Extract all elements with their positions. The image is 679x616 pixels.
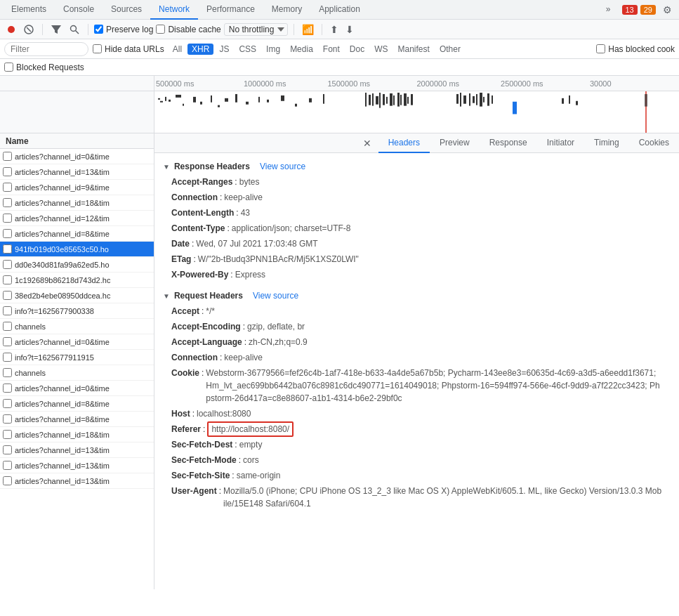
warn-badge[interactable]: 29: [640, 5, 656, 15]
name-list-item-0[interactable]: articles?channel_id=0&time: [0, 149, 154, 164]
svg-rect-10: [176, 95, 181, 98]
import-icon[interactable]: ⬆: [328, 22, 341, 37]
tab-sources[interactable]: Sources: [103, 0, 150, 20]
view-source-link-2[interactable]: View source: [253, 291, 298, 301]
name-list-item-6[interactable]: 941fb019d03e85653c50.ho: [0, 242, 154, 257]
wifi-icon[interactable]: 📶: [300, 22, 316, 37]
timeline-chart-left: [0, 91, 154, 133]
name-list-item-11[interactable]: channels: [0, 319, 154, 334]
hide-data-urls-checkbox[interactable]: [93, 44, 102, 53]
svg-rect-50: [562, 98, 564, 104]
name-list-item-1[interactable]: articles?channel_id=13&tim: [0, 164, 154, 180]
name-list-item-19[interactable]: articles?channel_id=13&tim: [0, 443, 154, 458]
tab-initiator[interactable]: Initiator: [537, 133, 584, 153]
svg-rect-41: [463, 96, 466, 104]
response-headers-toggle[interactable]: ▼ Response Headers View source: [154, 159, 679, 174]
request-headers-label: Request Headers: [174, 291, 243, 301]
settings-icon[interactable]: ⚙: [659, 3, 676, 17]
svg-rect-32: [390, 93, 393, 106]
name-list-item-14[interactable]: channels: [0, 365, 154, 381]
name-list-item-4[interactable]: articles?channel_id=12&tim: [0, 211, 154, 226]
preserve-log-label[interactable]: Preserve log: [94, 25, 153, 34]
response-header-row-1: Connection:keep-alive: [154, 190, 679, 205]
blocked-requests-checkbox[interactable]: [4, 63, 13, 72]
svg-rect-43: [473, 96, 475, 103]
tab-overflow[interactable]: »: [598, 0, 619, 20]
top-tab-bar: Elements Console Sources Network Perform…: [0, 0, 679, 20]
export-icon[interactable]: ⬇: [343, 22, 356, 37]
tab-timing[interactable]: Timing: [584, 133, 629, 153]
name-list-item-16[interactable]: articles?channel_id=8&time: [0, 396, 154, 412]
request-header-row-9: Sec-Fetch-Site:same-origin: [154, 468, 679, 483]
filter-xhr[interactable]: XHR: [187, 44, 213, 55]
filter-ws[interactable]: WS: [370, 44, 392, 55]
filter-js[interactable]: JS: [215, 44, 233, 55]
record-button[interactable]: [4, 24, 18, 35]
filter-font[interactable]: Font: [319, 44, 344, 55]
request-header-row-7: Sec-Fetch-Dest:empty: [154, 437, 679, 452]
name-list-item-3[interactable]: articles?channel_id=18&tim: [0, 195, 154, 211]
filter-css[interactable]: CSS: [235, 44, 261, 55]
name-list-item-7[interactable]: dd0e340d81fa99a62ed5.ho: [0, 257, 154, 273]
tab-application[interactable]: Application: [310, 0, 369, 20]
tab-headers[interactable]: Headers: [378, 133, 430, 153]
has-blocked-checkbox[interactable]: [596, 44, 605, 53]
name-list-item-10[interactable]: info?t=1625677900338: [0, 303, 154, 319]
name-list-item-12[interactable]: articles?channel_id=0&time: [0, 334, 154, 350]
tab-cookies[interactable]: Cookies: [629, 133, 679, 153]
name-list-item-8[interactable]: 1c192689b86218d743d2.hc: [0, 273, 154, 288]
name-list-item-9[interactable]: 38ed2b4ebe08950ddcea.hc: [0, 288, 154, 303]
tab-performance[interactable]: Performance: [198, 0, 263, 20]
disable-cache-label[interactable]: Disable cache: [156, 25, 220, 34]
svg-rect-17: [235, 94, 237, 103]
filter-input[interactable]: [4, 42, 88, 56]
tab-preview[interactable]: Preview: [430, 133, 480, 153]
timeline-chart-right: [154, 91, 679, 133]
name-list-item-2[interactable]: articles?channel_id=9&time: [0, 180, 154, 195]
svg-rect-42: [469, 93, 470, 106]
view-source-link[interactable]: View source: [260, 162, 305, 171]
close-button[interactable]: ✕: [359, 136, 376, 150]
has-blocked-label[interactable]: Has blocked cook: [596, 44, 675, 54]
svg-rect-52: [576, 101, 578, 105]
name-list-item-20[interactable]: articles?channel_id=13&tim: [0, 458, 154, 473]
name-list-item-15[interactable]: articles?channel_id=0&time: [0, 381, 154, 396]
tab-console[interactable]: Console: [55, 0, 103, 20]
filter-media[interactable]: Media: [286, 44, 317, 55]
error-badge[interactable]: 13: [622, 5, 638, 15]
response-header-row-6: X-Powered-By:Express: [154, 267, 679, 282]
request-header-row-6: Referer:http://localhost:8080/: [154, 421, 679, 437]
svg-line-2: [27, 27, 31, 32]
toolbar-separator-1: [42, 24, 43, 35]
disable-cache-checkbox[interactable]: [156, 25, 165, 34]
response-headers-arrow: ▼: [163, 163, 170, 171]
hide-data-urls-label[interactable]: Hide data URLs: [93, 44, 164, 54]
filter-img[interactable]: Img: [262, 44, 284, 55]
timeline-header: 500000 ms 1000000 ms 1500000 ms 2000000 …: [0, 76, 679, 91]
filter-all[interactable]: All: [169, 44, 186, 55]
search-button[interactable]: [67, 23, 82, 36]
svg-rect-13: [200, 102, 202, 105]
request-headers-toggle[interactable]: ▼ Request Headers View source: [154, 288, 679, 303]
tab-network[interactable]: Network: [150, 0, 198, 20]
blocked-requests-label[interactable]: Blocked Requests: [4, 63, 84, 72]
name-list-item-17[interactable]: articles?channel_id=8&time: [0, 412, 154, 427]
throttle-select[interactable]: No throttling Slow 3G Fast 3G Offline: [224, 23, 288, 36]
tab-response[interactable]: Response: [480, 133, 537, 153]
svg-rect-45: [480, 93, 482, 107]
tab-elements[interactable]: Elements: [3, 0, 55, 20]
filter-button[interactable]: [48, 23, 64, 36]
preserve-log-checkbox[interactable]: [94, 25, 103, 34]
tab-memory[interactable]: Memory: [263, 0, 310, 20]
filter-other[interactable]: Other: [435, 44, 465, 55]
name-list-item-5[interactable]: articles?channel_id=8&time: [0, 226, 154, 242]
name-list-item-18[interactable]: articles?channel_id=18&tim: [0, 427, 154, 443]
svg-rect-37: [407, 97, 409, 104]
filter-manifest[interactable]: Manifest: [394, 44, 434, 55]
request-header-row-1: Accept-Encoding:gzip, deflate, br: [154, 319, 679, 334]
name-list-item-21[interactable]: articles?channel_id=13&tim: [0, 473, 154, 489]
name-list-item-13[interactable]: info?t=1625677911915: [0, 350, 154, 365]
response-header-row-2: Content-Length:43: [154, 205, 679, 221]
filter-doc[interactable]: Doc: [345, 44, 369, 55]
clear-button[interactable]: [21, 23, 37, 36]
